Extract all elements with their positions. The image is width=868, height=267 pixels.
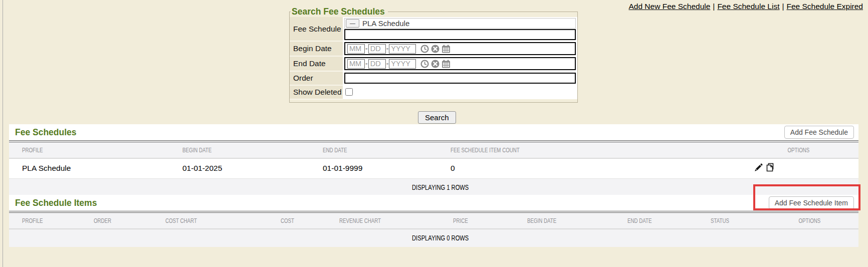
col-begin-date: BEGIN DATE bbox=[169, 142, 310, 158]
col-cost-chart: COST CHART bbox=[152, 213, 268, 229]
end-year-input[interactable] bbox=[389, 59, 416, 69]
date-separator: - bbox=[386, 60, 389, 68]
end-date-field: - - bbox=[343, 56, 577, 71]
displaying-row: DISPLAYING 1 ROWS bbox=[9, 178, 858, 196]
clear-icon[interactable] bbox=[431, 45, 440, 53]
col-order: ORDER bbox=[81, 213, 152, 229]
end-day-input[interactable] bbox=[368, 59, 386, 69]
selected-fee-schedule: — PLA Schedule bbox=[344, 18, 576, 29]
search-button[interactable]: Search bbox=[418, 111, 456, 124]
fee-schedule-expired-link[interactable]: Fee Schedule Expired bbox=[786, 2, 863, 11]
add-fee-schedule-button[interactable]: Add Fee Schedule bbox=[784, 126, 854, 139]
begin-date-row: Begin Date - - bbox=[290, 41, 577, 56]
search-fee-schedules-form: Search Fee Schedules Fee Schedule — PLA … bbox=[289, 7, 578, 103]
begin-date-label: Begin Date bbox=[290, 41, 343, 56]
cell-options bbox=[738, 158, 858, 178]
fee-schedules-table: PROFILE BEGIN DATE END DATE FEE SCHEDULE… bbox=[9, 142, 858, 196]
search-form-table: Fee Schedule — PLA Schedule Begin Date -… bbox=[290, 17, 577, 100]
col-end-date: END DATE bbox=[614, 213, 698, 229]
table-row: PLA Schedule 01-01-2025 01-01-9999 0 bbox=[9, 158, 858, 178]
col-profile: PROFILE bbox=[9, 142, 169, 158]
end-date-label: End Date bbox=[290, 56, 343, 71]
cell-item-count: 0 bbox=[438, 158, 738, 178]
date-separator: - bbox=[365, 45, 368, 53]
selected-fee-schedule-label: PLA Schedule bbox=[362, 19, 409, 28]
fee-schedule-items-title: Fee Schedule Items bbox=[15, 198, 97, 208]
top-nav: Add New Fee Schedule|Fee Schedule List|F… bbox=[628, 2, 863, 11]
order-row: Order bbox=[290, 71, 577, 85]
copy-icon[interactable] bbox=[765, 163, 775, 172]
fee-schedule-items-header: Fee Schedule Items Add Fee Schedule Item bbox=[9, 195, 858, 213]
begin-date-field: - - bbox=[343, 41, 577, 56]
fee-schedules-header-row: PROFILE BEGIN DATE END DATE FEE SCHEDULE… bbox=[9, 142, 858, 158]
calendar-icon[interactable] bbox=[442, 45, 451, 53]
cell-end-date: 01-01-9999 bbox=[310, 158, 438, 178]
fee-schedule-items-section: Fee Schedule Items Add Fee Schedule Item… bbox=[9, 195, 858, 247]
end-date-row: End Date - - bbox=[290, 56, 577, 71]
calendar-icon[interactable] bbox=[442, 60, 451, 68]
col-profile: PROFILE bbox=[9, 213, 81, 229]
fee-schedules-header: Fee Schedules Add Fee Schedule bbox=[9, 124, 858, 142]
left-frame-divider bbox=[0, 0, 3, 267]
row-options-group bbox=[754, 163, 775, 172]
cell-begin-date: 01-01-2025 bbox=[169, 158, 310, 178]
fee-schedule-row: Fee Schedule — PLA Schedule bbox=[290, 17, 577, 41]
clear-icon[interactable] bbox=[431, 60, 440, 68]
show-deleted-field bbox=[343, 85, 577, 99]
search-form-legend: Search Fee Schedules bbox=[291, 7, 388, 17]
end-month-input[interactable] bbox=[347, 59, 365, 69]
fee-schedule-label: Fee Schedule bbox=[290, 17, 343, 41]
add-fee-schedule-item-button[interactable]: Add Fee Schedule Item bbox=[769, 196, 854, 209]
col-cost: COST bbox=[268, 213, 326, 229]
fee-schedules-section: Fee Schedules Add Fee Schedule PROFILE B… bbox=[9, 124, 858, 196]
clock-icon[interactable] bbox=[420, 45, 429, 53]
begin-month-input[interactable] bbox=[347, 44, 365, 54]
link-separator: | bbox=[713, 2, 715, 11]
begin-day-input[interactable] bbox=[368, 44, 386, 54]
col-price: PRICE bbox=[440, 213, 514, 229]
col-status: STATUS bbox=[698, 213, 761, 229]
begin-date-inputs: - - bbox=[344, 42, 576, 55]
order-input[interactable] bbox=[344, 73, 576, 84]
cell-profile: PLA Schedule bbox=[9, 158, 169, 178]
end-date-icon-group bbox=[420, 60, 451, 68]
show-deleted-label: Show Deleted bbox=[290, 85, 343, 99]
fee-schedules-title: Fee Schedules bbox=[15, 127, 77, 138]
fee-schedule-items-table: PROFILE ORDER COST CHART COST REVENUE CH… bbox=[9, 213, 858, 247]
col-item-count: FEE SCHEDULE ITEM COUNT bbox=[438, 142, 738, 158]
order-field bbox=[343, 71, 577, 85]
col-revenue-chart: REVENUE CHART bbox=[326, 213, 440, 229]
date-separator: - bbox=[386, 45, 389, 53]
col-options: OPTIONS bbox=[761, 213, 858, 229]
col-begin-date: BEGIN DATE bbox=[514, 213, 614, 229]
fee-schedule-list-link[interactable]: Fee Schedule List bbox=[717, 2, 779, 11]
col-end-date: END DATE bbox=[310, 142, 438, 158]
show-deleted-checkbox[interactable] bbox=[345, 88, 353, 96]
clock-icon[interactable] bbox=[420, 60, 429, 68]
begin-year-input[interactable] bbox=[389, 44, 416, 54]
fee-schedule-input[interactable] bbox=[344, 29, 576, 40]
end-date-inputs: - - bbox=[344, 57, 576, 70]
show-deleted-row: Show Deleted bbox=[290, 85, 577, 99]
displaying-row: DISPLAYING 0 ROWS bbox=[9, 229, 858, 247]
edit-pencil-icon[interactable] bbox=[754, 163, 763, 172]
displaying-count: DISPLAYING 1 ROWS bbox=[9, 178, 858, 196]
order-label: Order bbox=[290, 71, 343, 85]
displaying-count: DISPLAYING 0 ROWS bbox=[9, 229, 858, 247]
begin-date-icon-group bbox=[420, 45, 451, 53]
col-options: OPTIONS bbox=[738, 142, 858, 158]
date-separator: - bbox=[365, 60, 368, 68]
fee-schedule-field: — PLA Schedule bbox=[343, 17, 577, 41]
link-separator: | bbox=[782, 2, 784, 11]
fee-schedule-items-header-row: PROFILE ORDER COST CHART COST REVENUE CH… bbox=[9, 213, 858, 229]
remove-selection-button[interactable]: — bbox=[346, 19, 359, 28]
add-new-fee-schedule-link[interactable]: Add New Fee Schedule bbox=[628, 2, 710, 11]
